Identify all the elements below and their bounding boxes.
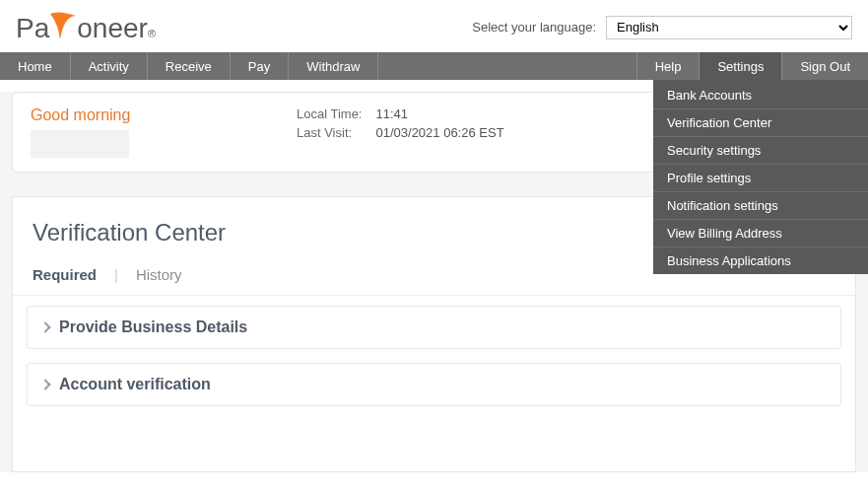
last-visit-value: 01/03/2021 06:26 EST — [375, 125, 503, 140]
language-select[interactable]: English — [606, 16, 852, 39]
menu-view-billing-address[interactable]: View Billing Address — [653, 219, 868, 246]
nav-pay[interactable]: Pay — [231, 52, 289, 80]
nav-settings[interactable]: Settings — [699, 52, 781, 80]
last-visit-label: Last Visit: — [297, 125, 362, 140]
nav-home[interactable]: Home — [0, 52, 71, 80]
nav-help[interactable]: Help — [636, 52, 700, 80]
greeting-text: Good morning — [31, 106, 178, 124]
nav-withdraw[interactable]: Withdraw — [289, 52, 378, 80]
req-item-label: Provide Business Details — [59, 318, 247, 336]
greeting-name-placeholder — [31, 130, 129, 158]
tab-history[interactable]: History — [136, 266, 182, 283]
chevron-right-icon — [39, 321, 50, 332]
menu-business-applications[interactable]: Business Applications — [653, 246, 868, 274]
chevron-right-icon — [39, 379, 50, 389]
logo-registered: ® — [148, 28, 156, 39]
req-item-label: Account verification — [59, 376, 211, 393]
menu-notification-settings[interactable]: Notification settings — [653, 191, 868, 219]
tab-divider: | — [114, 266, 118, 283]
nav-activity[interactable]: Activity — [71, 52, 148, 80]
req-item-business-details[interactable]: Provide Business Details — [27, 306, 841, 349]
menu-verification-center[interactable]: Verification Center — [653, 108, 868, 136]
req-item-account-verification[interactable]: Account verification — [27, 363, 841, 406]
local-time-label: Local Time: — [297, 106, 362, 121]
nav-bar: Home Activity Receive Pay Withdraw Help … — [0, 52, 868, 80]
menu-profile-settings[interactable]: Profile settings — [653, 164, 868, 191]
settings-dropdown: Bank Accounts Verification Center Securi… — [653, 80, 868, 274]
local-time-value: 11:41 — [375, 106, 503, 121]
logo-text-oneer: oneer — [77, 13, 148, 44]
logo-swoosh-icon — [49, 10, 77, 44]
menu-bank-accounts[interactable]: Bank Accounts — [653, 80, 868, 108]
language-label: Select your language: — [472, 20, 596, 35]
logo: Pa oneer ® — [16, 10, 156, 44]
logo-text-pa: Pa — [16, 13, 49, 44]
nav-signout[interactable]: Sign Out — [781, 52, 868, 80]
tab-required[interactable]: Required — [33, 266, 97, 283]
menu-security-settings[interactable]: Security settings — [653, 136, 868, 164]
nav-receive[interactable]: Receive — [148, 52, 231, 80]
